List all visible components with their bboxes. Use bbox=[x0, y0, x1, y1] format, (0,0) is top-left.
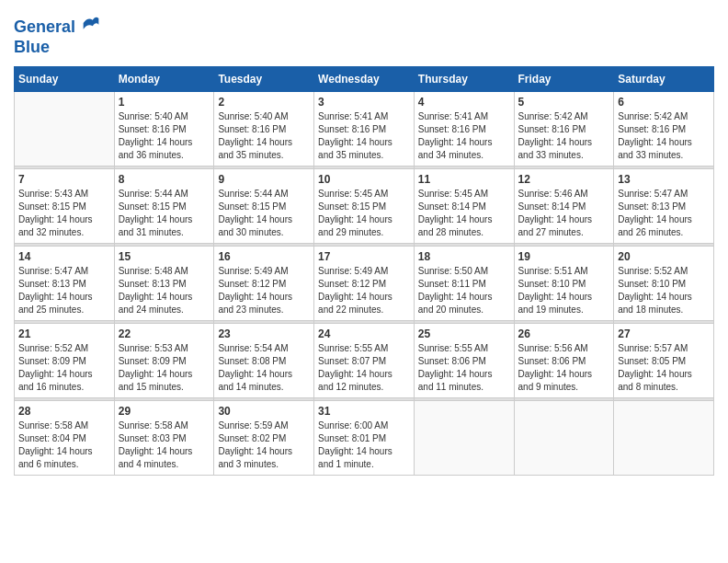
day-info: Sunrise: 5:47 AM Sunset: 8:13 PM Dayligh… bbox=[18, 265, 110, 316]
calendar-cell: 26Sunrise: 5:56 AM Sunset: 8:06 PM Dayli… bbox=[514, 324, 614, 398]
day-number: 14 bbox=[18, 250, 110, 263]
calendar-cell: 22Sunrise: 5:53 AM Sunset: 8:09 PM Dayli… bbox=[114, 324, 214, 398]
day-info: Sunrise: 5:55 AM Sunset: 8:06 PM Dayligh… bbox=[418, 342, 510, 394]
day-info: Sunrise: 5:44 AM Sunset: 8:15 PM Dayligh… bbox=[218, 188, 310, 239]
day-info: Sunrise: 5:58 AM Sunset: 8:04 PM Dayligh… bbox=[18, 419, 110, 471]
day-info: Sunrise: 5:58 AM Sunset: 8:03 PM Dayligh… bbox=[119, 419, 210, 471]
day-number: 18 bbox=[418, 250, 510, 263]
calendar-cell: 16Sunrise: 5:49 AM Sunset: 8:12 PM Dayli… bbox=[214, 247, 314, 321]
day-number: 30 bbox=[218, 405, 310, 418]
day-header-saturday: Saturday bbox=[614, 67, 714, 92]
day-number: 5 bbox=[518, 96, 610, 109]
day-info: Sunrise: 5:51 AM Sunset: 8:10 PM Dayligh… bbox=[518, 265, 610, 316]
calendar-cell bbox=[15, 92, 115, 167]
day-info: Sunrise: 5:56 AM Sunset: 8:06 PM Dayligh… bbox=[518, 342, 610, 394]
day-info: Sunrise: 5:54 AM Sunset: 8:08 PM Dayligh… bbox=[218, 342, 310, 394]
day-info: Sunrise: 5:41 AM Sunset: 8:16 PM Dayligh… bbox=[418, 110, 510, 162]
day-number: 8 bbox=[119, 173, 210, 186]
day-number: 20 bbox=[618, 250, 710, 263]
calendar-cell: 24Sunrise: 5:55 AM Sunset: 8:07 PM Dayli… bbox=[314, 324, 415, 398]
day-number: 2 bbox=[218, 96, 310, 109]
calendar-cell: 12Sunrise: 5:46 AM Sunset: 8:14 PM Dayli… bbox=[514, 169, 614, 244]
day-info: Sunrise: 5:49 AM Sunset: 8:12 PM Dayligh… bbox=[218, 265, 310, 316]
calendar-cell: 1Sunrise: 5:40 AM Sunset: 8:16 PM Daylig… bbox=[114, 92, 214, 167]
day-info: Sunrise: 5:40 AM Sunset: 8:16 PM Dayligh… bbox=[119, 110, 210, 162]
calendar-cell: 15Sunrise: 5:48 AM Sunset: 8:13 PM Dayli… bbox=[114, 247, 214, 321]
calendar-cell bbox=[514, 401, 614, 476]
calendar-cell: 4Sunrise: 5:41 AM Sunset: 8:16 PM Daylig… bbox=[414, 92, 514, 167]
day-number: 26 bbox=[518, 327, 610, 340]
day-number: 21 bbox=[18, 327, 110, 340]
day-header-friday: Friday bbox=[514, 67, 614, 92]
day-info: Sunrise: 5:44 AM Sunset: 8:15 PM Dayligh… bbox=[119, 188, 210, 239]
logo: General Blue bbox=[14, 14, 100, 57]
page-header: General Blue bbox=[14, 14, 714, 57]
day-number: 15 bbox=[119, 250, 210, 263]
calendar-week-4: 21Sunrise: 5:52 AM Sunset: 8:09 PM Dayli… bbox=[15, 324, 714, 398]
day-number: 1 bbox=[119, 96, 210, 109]
calendar-cell: 9Sunrise: 5:44 AM Sunset: 8:15 PM Daylig… bbox=[214, 169, 314, 244]
calendar-cell: 28Sunrise: 5:58 AM Sunset: 8:04 PM Dayli… bbox=[15, 401, 115, 476]
logo-text: General bbox=[14, 14, 100, 38]
day-info: Sunrise: 5:45 AM Sunset: 8:14 PM Dayligh… bbox=[418, 188, 510, 239]
calendar-cell: 13Sunrise: 5:47 AM Sunset: 8:13 PM Dayli… bbox=[614, 169, 714, 244]
calendar-cell: 27Sunrise: 5:57 AM Sunset: 8:05 PM Dayli… bbox=[614, 324, 714, 398]
calendar-cell: 30Sunrise: 5:59 AM Sunset: 8:02 PM Dayli… bbox=[214, 401, 314, 476]
calendar-cell: 20Sunrise: 5:52 AM Sunset: 8:10 PM Dayli… bbox=[614, 247, 714, 321]
calendar-cell: 19Sunrise: 5:51 AM Sunset: 8:10 PM Dayli… bbox=[514, 247, 614, 321]
day-header-sunday: Sunday bbox=[15, 67, 115, 92]
calendar-week-5: 28Sunrise: 5:58 AM Sunset: 8:04 PM Dayli… bbox=[15, 401, 714, 476]
day-number: 29 bbox=[119, 405, 210, 418]
calendar-cell: 18Sunrise: 5:50 AM Sunset: 8:11 PM Dayli… bbox=[414, 247, 514, 321]
calendar-cell: 10Sunrise: 5:45 AM Sunset: 8:15 PM Dayli… bbox=[314, 169, 415, 244]
calendar-cell: 11Sunrise: 5:45 AM Sunset: 8:14 PM Dayli… bbox=[414, 169, 514, 244]
day-info: Sunrise: 5:53 AM Sunset: 8:09 PM Dayligh… bbox=[119, 342, 210, 394]
day-header-wednesday: Wednesday bbox=[314, 67, 415, 92]
day-info: Sunrise: 5:40 AM Sunset: 8:16 PM Dayligh… bbox=[218, 110, 310, 162]
day-info: Sunrise: 5:52 AM Sunset: 8:10 PM Dayligh… bbox=[618, 265, 710, 316]
day-info: Sunrise: 5:42 AM Sunset: 8:16 PM Dayligh… bbox=[518, 110, 610, 162]
day-number: 4 bbox=[418, 96, 510, 109]
day-info: Sunrise: 5:42 AM Sunset: 8:16 PM Dayligh… bbox=[618, 110, 710, 162]
day-header-tuesday: Tuesday bbox=[214, 67, 314, 92]
day-number: 19 bbox=[518, 250, 610, 263]
calendar-week-1: 1Sunrise: 5:40 AM Sunset: 8:16 PM Daylig… bbox=[15, 92, 714, 167]
day-number: 6 bbox=[618, 96, 710, 109]
day-number: 7 bbox=[18, 173, 110, 186]
day-info: Sunrise: 5:59 AM Sunset: 8:02 PM Dayligh… bbox=[218, 419, 310, 471]
calendar-cell: 23Sunrise: 5:54 AM Sunset: 8:08 PM Dayli… bbox=[214, 324, 314, 398]
day-number: 17 bbox=[318, 250, 410, 263]
day-info: Sunrise: 5:41 AM Sunset: 8:16 PM Dayligh… bbox=[318, 110, 410, 162]
calendar-cell: 25Sunrise: 5:55 AM Sunset: 8:06 PM Dayli… bbox=[414, 324, 514, 398]
day-info: Sunrise: 5:49 AM Sunset: 8:12 PM Dayligh… bbox=[318, 265, 410, 316]
calendar: SundayMondayTuesdayWednesdayThursdayFrid… bbox=[14, 66, 714, 476]
day-info: Sunrise: 5:47 AM Sunset: 8:13 PM Dayligh… bbox=[618, 188, 710, 239]
logo-line2: Blue bbox=[14, 38, 100, 58]
calendar-cell: 31Sunrise: 6:00 AM Sunset: 8:01 PM Dayli… bbox=[314, 401, 415, 476]
day-number: 3 bbox=[318, 96, 410, 109]
day-info: Sunrise: 5:48 AM Sunset: 8:13 PM Dayligh… bbox=[119, 265, 210, 316]
calendar-cell: 2Sunrise: 5:40 AM Sunset: 8:16 PM Daylig… bbox=[214, 92, 314, 167]
calendar-header: SundayMondayTuesdayWednesdayThursdayFrid… bbox=[15, 67, 714, 92]
calendar-week-3: 14Sunrise: 5:47 AM Sunset: 8:13 PM Dayli… bbox=[15, 247, 714, 321]
day-number: 12 bbox=[518, 173, 610, 186]
day-info: Sunrise: 5:45 AM Sunset: 8:15 PM Dayligh… bbox=[318, 188, 410, 239]
calendar-cell: 29Sunrise: 5:58 AM Sunset: 8:03 PM Dayli… bbox=[114, 401, 214, 476]
day-header-thursday: Thursday bbox=[414, 67, 514, 92]
day-info: Sunrise: 5:55 AM Sunset: 8:07 PM Dayligh… bbox=[318, 342, 410, 394]
calendar-cell: 8Sunrise: 5:44 AM Sunset: 8:15 PM Daylig… bbox=[114, 169, 214, 244]
day-number: 28 bbox=[18, 405, 110, 418]
calendar-cell: 6Sunrise: 5:42 AM Sunset: 8:16 PM Daylig… bbox=[614, 92, 714, 167]
day-info: Sunrise: 5:57 AM Sunset: 8:05 PM Dayligh… bbox=[618, 342, 710, 394]
day-number: 27 bbox=[618, 327, 710, 340]
calendar-week-2: 7Sunrise: 5:43 AM Sunset: 8:15 PM Daylig… bbox=[15, 169, 714, 244]
day-number: 10 bbox=[318, 173, 410, 186]
day-number: 25 bbox=[418, 327, 510, 340]
calendar-cell: 17Sunrise: 5:49 AM Sunset: 8:12 PM Dayli… bbox=[314, 247, 415, 321]
day-header-monday: Monday bbox=[114, 67, 214, 92]
calendar-cell: 14Sunrise: 5:47 AM Sunset: 8:13 PM Dayli… bbox=[15, 247, 115, 321]
day-number: 13 bbox=[618, 173, 710, 186]
calendar-cell: 5Sunrise: 5:42 AM Sunset: 8:16 PM Daylig… bbox=[514, 92, 614, 167]
day-info: Sunrise: 5:50 AM Sunset: 8:11 PM Dayligh… bbox=[418, 265, 510, 316]
day-info: Sunrise: 5:46 AM Sunset: 8:14 PM Dayligh… bbox=[518, 188, 610, 239]
